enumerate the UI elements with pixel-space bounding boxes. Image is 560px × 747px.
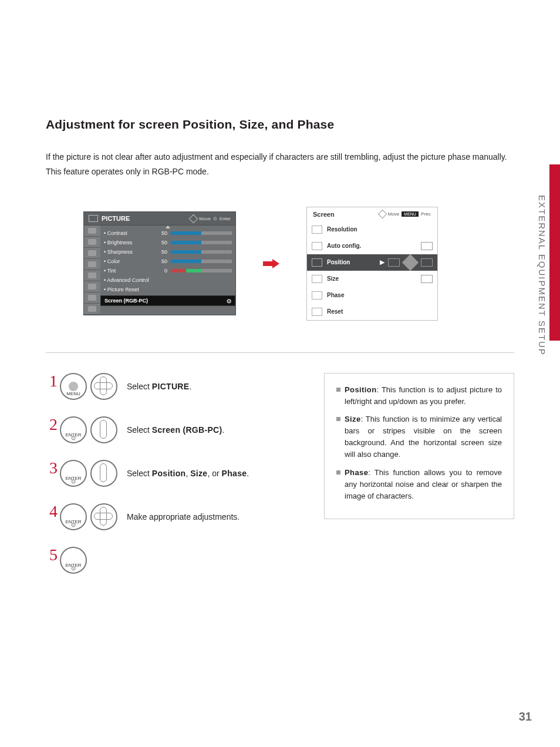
menu-cat-icon [84,248,100,259]
remote-dpad-icon [90,503,117,530]
step-number: 5 [46,547,58,563]
screen-row-phase: Phase [307,287,437,304]
page-number: 31 [519,710,532,724]
intro-line: This feature operates only in RGB-PC mod… [46,166,514,177]
divider [46,352,514,353]
step-text: Select Screen (RGB-PC). [127,425,224,435]
screen-row-size: Size [307,271,437,287]
move-icon [377,210,387,219]
enter-icon: ⊙ [227,298,231,304]
nav-enter-label: Enter [220,216,231,221]
step-number: 2 [46,416,58,433]
screen-row-resolution: Resolution [307,221,437,238]
menu-row-contrast: • Contrast50 [100,228,235,238]
nav-prev-label: Prev. [421,211,431,217]
step-5: 5 ENTER [46,547,298,574]
remote-enter-button: ENTER [60,460,87,487]
remote-dpad-icon [90,373,117,400]
step-1: 1 MENU Select PICTURE. [46,373,298,400]
position-icon [312,258,322,267]
menu-row-color: • Color50 [100,257,235,266]
picture-menu: PICTURE Move ⊙ Enter [83,211,236,315]
info-item-position: Position: This function is to adjust pic… [336,384,502,408]
picture-menu-body: • Contrast50 • Brightness50 • Sharpness5… [83,226,236,315]
side-tab [549,164,560,341]
step-text: Select Position, Size, or Phase. [127,469,249,478]
play-icon: ▶ [380,258,384,266]
menu-cat-icon [84,226,100,237]
menu-row-tint: • Tint0 [100,266,235,275]
remote-updown-icon [90,460,117,487]
picture-menu-title: PICTURE [102,215,130,222]
screen-menu-title: Screen [313,211,335,218]
step-4: 4 ENTER Make appropriate adjustments. [46,503,298,530]
phase-icon [312,291,322,300]
tv-icon [89,215,98,222]
preview-icon [421,275,433,283]
screen-submenu: Screen Move MENU Prev. Resolution Auto c… [306,207,438,321]
dpad-icon [402,254,419,271]
remote-enter-button: ENTER [60,416,87,443]
section-label: EXTERNAL EQUIPMENT SETUP [537,195,547,356]
screen-menu-header: Screen Move MENU Prev. [307,207,437,221]
menu-row-screen-rgb-pc: Screen (RGB-PC)⊙ [100,295,235,306]
picture-menu-header: PICTURE Move ⊙ Enter [83,211,236,226]
page-title: Adjustment for screen Position, Size, an… [46,117,514,132]
nav-move-label: Move [388,211,400,217]
menu-row-brightness: • Brightness50 [100,238,235,247]
remote-enter-button: ENTER [60,547,87,574]
picture-menu-icons [84,226,100,315]
menu-cat-icon [84,259,100,270]
step-2: 2 ENTER Select Screen (RGB-PC). [46,416,298,443]
arrow-right-icon [263,259,279,268]
step-text: Make appropriate adjustments. [127,512,239,521]
screen-row-autoconfig: Auto config. [307,238,437,254]
preview-icon [421,258,433,267]
resolution-icon [312,226,322,234]
menu-row-picture-reset: • Picture Reset [100,285,235,294]
picture-menu-rows: • Contrast50 • Brightness50 • Sharpness5… [100,226,235,315]
menu-cat-icon [84,237,100,248]
reset-icon [312,308,322,316]
menu-cat-icon [84,292,100,304]
step-number: 3 [46,460,58,476]
remote-updown-icon [90,416,117,443]
screen-row-reset: Reset [307,304,437,320]
info-box: Position: This function is to adjust pic… [324,373,514,519]
preview-icon [388,258,400,267]
screen-row-position: Position▶ [307,254,437,271]
step-3: 3 ENTER Select Position, Size, or Phase. [46,460,298,487]
autoconfig-icon [312,242,322,250]
nav-hint: Move MENU Prev. [379,211,431,217]
remote-menu-button: MENU [60,373,87,400]
menu-btn-icon: MENU [402,211,419,217]
move-icon [189,214,198,224]
info-item-phase: Phase: This function allows you to remov… [336,467,502,502]
steps-area: 1 MENU Select PICTURE. 2 ENTER Select Sc… [46,373,514,590]
info-item-size: Size: This function is to minimize any v… [336,413,502,461]
menu-cat-icon [84,281,100,292]
menu-row-sharpness: • Sharpness50 [100,247,235,257]
manual-page: EXTERNAL EQUIPMENT SETUP 31 Adjustment f… [0,0,560,747]
step-text: Select PICTURE. [127,382,191,391]
step-number: 4 [46,503,58,520]
menu-cat-icon [84,270,100,281]
nav-hint: Move ⊙ Enter [190,216,231,222]
menu-cat-icon [84,304,100,315]
osd-screenshots: PICTURE Move ⊙ Enter [83,207,514,321]
preview-icon [421,242,433,250]
steps-column: 1 MENU Select PICTURE. 2 ENTER Select Sc… [46,373,298,590]
intro-line: If the picture is not clear after auto a… [46,152,514,163]
remote-enter-button: ENTER [60,503,87,530]
menu-row-advanced: • Advanced Control [100,275,235,285]
size-icon [312,275,322,283]
step-number: 1 [46,373,58,389]
nav-enter-dot: ⊙ [213,216,217,221]
nav-move-label: Move [199,216,211,221]
intro-text: If the picture is not clear after auto a… [46,152,514,177]
